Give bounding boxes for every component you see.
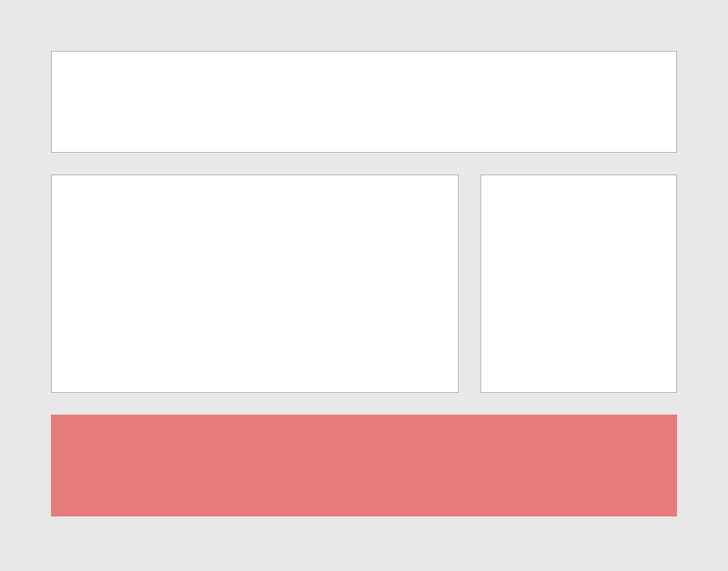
middle-row xyxy=(51,175,677,393)
side-panel xyxy=(480,175,677,393)
footer-panel xyxy=(51,415,677,516)
main-panel xyxy=(51,175,459,393)
header-panel xyxy=(51,51,677,153)
